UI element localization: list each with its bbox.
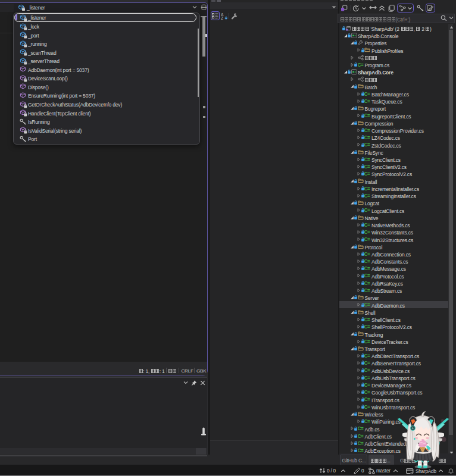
svg-text:C: C [364, 236, 368, 242]
svg-text:C: C [364, 222, 368, 228]
svg-text:C: C [364, 229, 368, 235]
svg-text:C: C [364, 273, 368, 278]
svg-text:C: C [364, 164, 368, 170]
svg-text:C: C [364, 265, 368, 271]
svg-text:C: C [358, 440, 361, 446]
svg-text:C: C [364, 207, 368, 213]
svg-text:C: C [364, 353, 368, 359]
svg-text:C: C [364, 98, 368, 104]
svg-text:C: C [358, 62, 361, 68]
svg-text:C: C [364, 280, 368, 286]
svg-text:C: C [358, 433, 361, 439]
svg-text:C: C [358, 425, 361, 431]
svg-text:C: C [364, 367, 368, 373]
svg-text:C: C [364, 91, 368, 97]
svg-text:C: C [364, 156, 368, 162]
svg-text:C: C [364, 251, 368, 257]
svg-text:C: C [364, 193, 368, 199]
svg-text:C: C [364, 324, 368, 330]
svg-text:C: C [364, 302, 368, 308]
svg-text:C: C [358, 447, 361, 453]
svg-text:C: C [364, 134, 368, 140]
svg-text:C: C [364, 375, 368, 381]
svg-text:C: C [364, 317, 368, 322]
svg-text:C: C [364, 287, 368, 293]
svg-text:C: C [364, 112, 368, 118]
svg-text:C: C [364, 396, 368, 402]
svg-text:C: C [364, 127, 368, 133]
svg-text:C: C [364, 360, 368, 366]
svg-text:C: C [364, 258, 368, 264]
svg-text:Z: Z [221, 16, 223, 20]
svg-text:C: C [364, 382, 368, 388]
svg-text:C: C [364, 404, 368, 410]
svg-text:C: C [364, 418, 368, 424]
svg-text:C: C [364, 389, 368, 395]
svg-text:C: C [364, 186, 368, 192]
svg-text:C: C [364, 142, 368, 148]
svg-text:C: C [364, 339, 368, 345]
svg-text:C: C [364, 171, 368, 177]
